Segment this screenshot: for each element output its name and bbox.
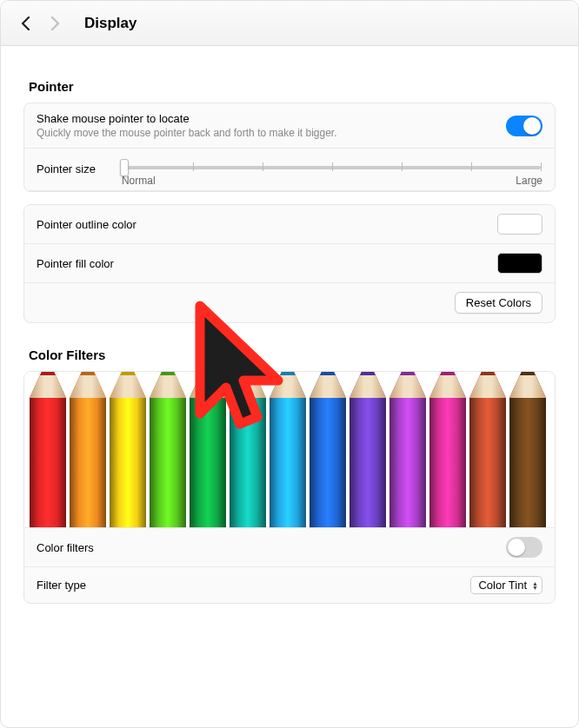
pencil — [230, 372, 266, 527]
filter-type-select[interactable]: Color Tint ▲▼ — [470, 576, 542, 594]
pencil — [30, 372, 66, 527]
pointer-outline-label: Pointer outline color — [37, 218, 136, 231]
color-filters-panel: Color filters Filter type Color Tint ▲▼ — [23, 371, 556, 604]
pointer-size-max-label: Large — [516, 175, 542, 187]
shake-to-locate-row: Shake mouse pointer to locate Quickly mo… — [24, 103, 555, 149]
color-filters-toggle[interactable] — [506, 537, 542, 558]
color-filters-row: Color filters — [24, 528, 555, 567]
pencil — [469, 372, 506, 527]
pointer-section-title: Pointer — [29, 79, 556, 94]
pointer-fill-swatch[interactable] — [497, 253, 542, 274]
pencil — [110, 372, 146, 527]
pencil — [389, 372, 426, 527]
pointer-fill-label: Pointer fill color — [37, 257, 114, 270]
pointer-fill-row: Pointer fill color — [24, 244, 555, 283]
pointer-colors-panel: Pointer outline color Pointer fill color… — [23, 204, 556, 323]
shake-to-locate-toggle[interactable] — [506, 116, 542, 136]
shake-to-locate-label: Shake mouse pointer to locate — [37, 112, 506, 125]
pencil — [429, 372, 466, 527]
shake-to-locate-sub: Quickly move the mouse pointer back and … — [37, 127, 506, 139]
reset-colors-row: Reset Colors — [24, 283, 555, 322]
pencil — [509, 372, 546, 527]
pointer-panel: Shake mouse pointer to locate Quickly mo… — [23, 103, 556, 192]
pencil — [270, 372, 306, 527]
pointer-outline-row: Pointer outline color — [24, 205, 555, 244]
forward-button[interactable] — [48, 17, 62, 30]
pencil — [190, 372, 226, 527]
pointer-size-row: Pointer size Normal Large — [24, 149, 555, 191]
pencils-preview — [24, 372, 555, 528]
pencil — [349, 372, 386, 527]
pointer-size-min-label: Normal — [122, 175, 156, 187]
color-filters-label: Color filters — [37, 541, 94, 554]
page-title: Display — [84, 15, 136, 32]
pencil — [309, 372, 346, 527]
reset-colors-button[interactable]: Reset Colors — [455, 292, 542, 314]
back-button[interactable] — [18, 17, 32, 30]
filter-type-label: Filter type — [37, 579, 86, 592]
chevron-updown-icon: ▲▼ — [532, 581, 538, 590]
pointer-outline-swatch[interactable] — [497, 214, 542, 235]
color-filters-section-title: Color Filters — [29, 347, 556, 362]
filter-type-value: Color Tint — [478, 579, 527, 592]
pointer-size-label: Pointer size — [37, 157, 96, 175]
pencil — [70, 372, 106, 527]
header: Display — [1, 1, 578, 46]
filter-type-row: Filter type Color Tint ▲▼ — [24, 567, 555, 603]
pointer-size-slider[interactable] — [123, 166, 541, 169]
pencil — [150, 372, 186, 527]
